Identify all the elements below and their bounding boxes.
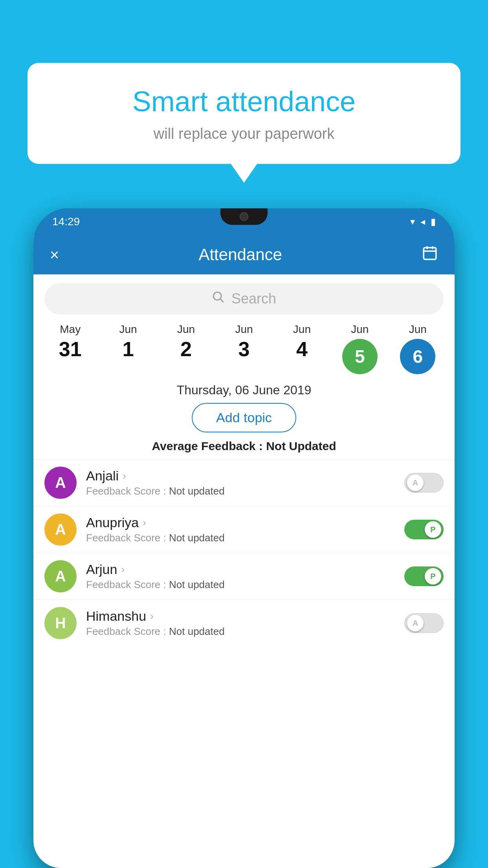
- avatar-arjun: A: [44, 560, 77, 592]
- bubble-subtitle: will replace your paperwork: [51, 125, 437, 142]
- status-bar: 14:29 ▾ ◂ ▮: [33, 208, 455, 235]
- student-name-himanshu: Himanshu ›: [86, 609, 395, 624]
- svg-line-5: [220, 299, 224, 302]
- speech-bubble-container: Smart attendance will replace your paper…: [28, 63, 460, 164]
- feedback-score-himanshu: Feedback Score : Not updated: [86, 625, 395, 638]
- toggle-anupriya[interactable]: P: [404, 520, 444, 539]
- student-row-anupriya[interactable]: A Anupriya › Feedback Score : Not update…: [33, 506, 455, 553]
- toggle-knob-anupriya: P: [425, 521, 441, 538]
- status-time: 14:29: [52, 215, 80, 228]
- selected-date-label: Thursday, 06 June 2019: [33, 383, 455, 397]
- search-bar[interactable]: Search: [44, 283, 444, 314]
- phone-screen: × Attendance Search May 31 Jun 1 Ju: [33, 235, 455, 868]
- date-item-jun3[interactable]: Jun 3: [224, 323, 264, 374]
- battery-icon: ▮: [431, 216, 436, 227]
- student-info-anupriya: Anupriya › Feedback Score : Not updated: [86, 515, 395, 544]
- bubble-title: Smart attendance: [51, 85, 437, 118]
- avg-feedback: Average Feedback : Not Updated: [33, 440, 455, 453]
- avatar-anupriya: A: [44, 513, 77, 546]
- student-info-anjali: Anjali › Feedback Score : Not updated: [86, 468, 395, 497]
- avatar-anjali: A: [44, 467, 77, 499]
- toggle-switch-himanshu[interactable]: A: [404, 613, 444, 633]
- avatar-himanshu: H: [44, 607, 77, 639]
- add-topic-button[interactable]: Add topic: [192, 403, 296, 432]
- student-row-arjun[interactable]: A Arjun › Feedback Score : Not updated P: [33, 553, 455, 600]
- wifi-icon: ▾: [410, 216, 415, 227]
- student-name-anjali: Anjali ›: [86, 468, 395, 484]
- search-icon: [212, 291, 225, 307]
- speech-bubble: Smart attendance will replace your paper…: [28, 63, 460, 164]
- calendar-icon[interactable]: [422, 245, 438, 265]
- search-placeholder: Search: [231, 291, 276, 307]
- svg-rect-0: [424, 248, 436, 259]
- close-icon[interactable]: ×: [50, 246, 59, 264]
- svg-point-4: [213, 292, 221, 300]
- status-icons: ▾ ◂ ▮: [410, 216, 436, 227]
- chevron-icon: ›: [150, 610, 154, 622]
- student-list: A Anjali › Feedback Score : Not updated …: [33, 459, 455, 646]
- date-item-jun4[interactable]: Jun 4: [282, 323, 321, 374]
- avg-feedback-label: Average Feedback :: [152, 440, 262, 452]
- student-name-anupriya: Anupriya ›: [86, 515, 395, 530]
- student-info-arjun: Arjun › Feedback Score : Not updated: [86, 562, 395, 591]
- feedback-score-anjali: Feedback Score : Not updated: [86, 485, 395, 497]
- chevron-icon: ›: [143, 517, 146, 529]
- header-title: Attendance: [198, 245, 282, 264]
- feedback-score-arjun: Feedback Score : Not updated: [86, 579, 395, 591]
- date-item-jun5-today[interactable]: Jun 5: [340, 323, 380, 374]
- date-item-jun2[interactable]: Jun 2: [167, 323, 206, 374]
- toggle-knob-himanshu: A: [407, 615, 424, 631]
- date-item-jun6-selected[interactable]: Jun 6: [398, 323, 437, 374]
- notch-camera: [240, 212, 248, 221]
- date-item-may31[interactable]: May 31: [51, 323, 90, 374]
- toggle-switch-arjun[interactable]: P: [404, 566, 444, 586]
- signal-icon: ◂: [420, 216, 425, 227]
- toggle-anjali[interactable]: A: [404, 473, 444, 493]
- student-row-himanshu[interactable]: H Himanshu › Feedback Score : Not update…: [33, 600, 455, 646]
- chevron-icon: ›: [121, 563, 125, 576]
- toggle-himanshu[interactable]: A: [404, 613, 444, 633]
- toggle-switch-anupriya[interactable]: P: [404, 520, 444, 539]
- toggle-knob-arjun: P: [425, 568, 441, 585]
- app-header: × Attendance: [33, 235, 455, 274]
- avg-feedback-value: Not Updated: [266, 440, 336, 452]
- toggle-knob-anjali: A: [407, 474, 424, 491]
- feedback-score-anupriya: Feedback Score : Not updated: [86, 532, 395, 544]
- date-item-jun1[interactable]: Jun 1: [108, 323, 148, 374]
- notch: [220, 208, 268, 225]
- date-strip: May 31 Jun 1 Jun 2 Jun 3 Jun 4 Jun 5: [33, 323, 455, 374]
- student-row-anjali[interactable]: A Anjali › Feedback Score : Not updated …: [33, 459, 455, 506]
- student-info-himanshu: Himanshu › Feedback Score : Not updated: [86, 609, 395, 638]
- chevron-icon: ›: [123, 470, 126, 482]
- toggle-arjun[interactable]: P: [404, 566, 444, 586]
- student-name-arjun: Arjun ›: [86, 562, 395, 577]
- toggle-switch-anjali[interactable]: A: [404, 473, 444, 493]
- phone-frame: 14:29 ▾ ◂ ▮ × Attendance Search May: [33, 208, 455, 868]
